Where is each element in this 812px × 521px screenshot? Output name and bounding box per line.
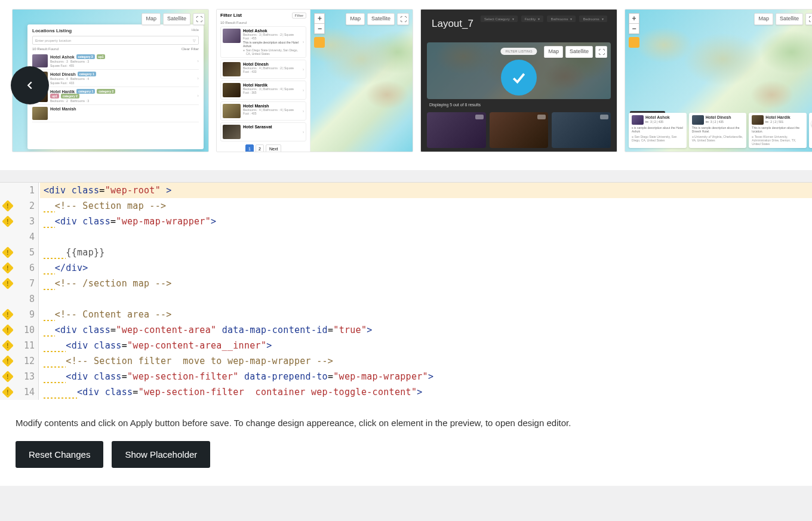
satellite-button: Satellite xyxy=(776,13,803,25)
hotel-card: Hotel Dinesh🛏3 | 2 | 435 This is sample … xyxy=(689,113,747,148)
filter-listing-pill: FILTER LISTING xyxy=(500,48,537,55)
warn-icon xyxy=(2,371,14,383)
fullscreen-icon: ⛶ xyxy=(193,13,205,25)
warn-icon xyxy=(2,215,14,227)
zoom-out-icon: − xyxy=(314,23,325,34)
layout-thumb-2[interactable]: Filter ListFilter 10 Result Found Hotel … xyxy=(216,9,413,152)
warn-icon xyxy=(2,200,14,212)
warn-icon xyxy=(2,246,14,258)
filter-chip: Filter xyxy=(292,13,307,19)
locations-panel: Locations Listing Hide Enter property lo… xyxy=(27,24,204,149)
layout-gallery: Map Satellite ⛶ Locations Listing Hide E… xyxy=(0,0,812,170)
warn-icon xyxy=(2,355,14,367)
gutter-line: 1 xyxy=(0,183,38,198)
code-line[interactable]: <div class="wep-root" > xyxy=(40,183,812,198)
filter-list-title: Filter List xyxy=(220,13,242,19)
gallery-prev-button[interactable] xyxy=(11,66,49,104)
pegman-icon xyxy=(629,37,639,48)
page-2: 2 xyxy=(256,144,264,152)
layout-title: Layout_7 xyxy=(432,18,473,30)
zoom-out-icon: − xyxy=(629,23,639,34)
fullscreen-icon: ⛶ xyxy=(805,13,812,25)
hotel-card-partial: This is t Uni xyxy=(809,113,812,148)
show-placeholder-button[interactable]: Show Placeholder xyxy=(112,441,210,468)
clear-filter: Clear Filter xyxy=(182,47,199,51)
panel-title: Locations Listing xyxy=(32,28,72,33)
warn-icon xyxy=(2,278,14,289)
layout-thumb-4[interactable]: +− Map Satellite ⛶ Show Listing▾ › Hotel… xyxy=(625,9,812,152)
code-area[interactable]: <div class="wep-root" > <!-- Section map… xyxy=(39,183,812,400)
map-button: Map xyxy=(754,13,773,25)
result-count: 10 Result Found xyxy=(220,21,306,24)
result-count: 10 Result Found xyxy=(32,47,59,51)
warn-icon xyxy=(2,309,14,320)
card xyxy=(427,112,486,148)
search-placeholder: Enter property location xyxy=(35,39,71,42)
warn-icon xyxy=(2,324,14,336)
card xyxy=(552,112,611,148)
selected-check-icon xyxy=(501,60,537,95)
item-title: Hotel Dinesh xyxy=(50,72,76,76)
map-button: Map xyxy=(346,13,365,25)
pegman-icon xyxy=(314,37,325,48)
warn-icon xyxy=(2,340,14,352)
item-title: Hotel Hardik xyxy=(50,90,75,94)
layout-thumb-selected[interactable]: Layout_7 Select Category▾ Facility▾ Bath… xyxy=(420,9,617,152)
result-count: Displaying 5 out of 8 results xyxy=(429,103,481,107)
warn-icon xyxy=(2,386,14,398)
satellite-button: Satellite xyxy=(367,13,395,25)
hotel-card: Hotel Hardik🛏2 | 2 | 501 This is sample … xyxy=(749,113,807,148)
hide-link: Hide xyxy=(192,28,199,33)
fullscreen-icon: ⛶ xyxy=(595,46,607,58)
item-title: Hotel Manish xyxy=(50,107,76,111)
warn-icon xyxy=(2,262,14,274)
code-editor-section: 1 2 3 4 5 6 7 8 9 10 11 12 13 14 <div c xyxy=(0,182,812,486)
filter-list-panel: Filter ListFilter 10 Result Found Hotel … xyxy=(217,10,310,152)
page-next: Next xyxy=(266,144,281,152)
filter-icon: ▽ xyxy=(193,38,196,42)
hotel-card: Hotel Ashok🛏3 | 2 | 435 s is sample desc… xyxy=(629,113,687,148)
item-title: Hotel Ashok xyxy=(50,55,75,59)
card xyxy=(490,112,549,148)
editor-gutter: 1 2 3 4 5 6 7 8 9 10 11 12 13 14 xyxy=(0,183,39,400)
satellite-button: Satellite xyxy=(565,46,593,58)
page-1: 1 xyxy=(245,144,254,152)
zoom-in-icon: + xyxy=(314,13,325,24)
reset-changes-button[interactable]: Reset Changes xyxy=(16,441,103,468)
fullscreen-icon: ⛶ xyxy=(397,13,409,25)
map-button: Map xyxy=(142,13,161,25)
pin-icon: ⎈ xyxy=(243,48,245,56)
zoom-in-icon: + xyxy=(629,13,639,24)
satellite-button: Satellite xyxy=(163,13,190,25)
map-button: Map xyxy=(544,46,563,58)
editor-hint: Modify contents and click on Apply butto… xyxy=(0,400,812,441)
